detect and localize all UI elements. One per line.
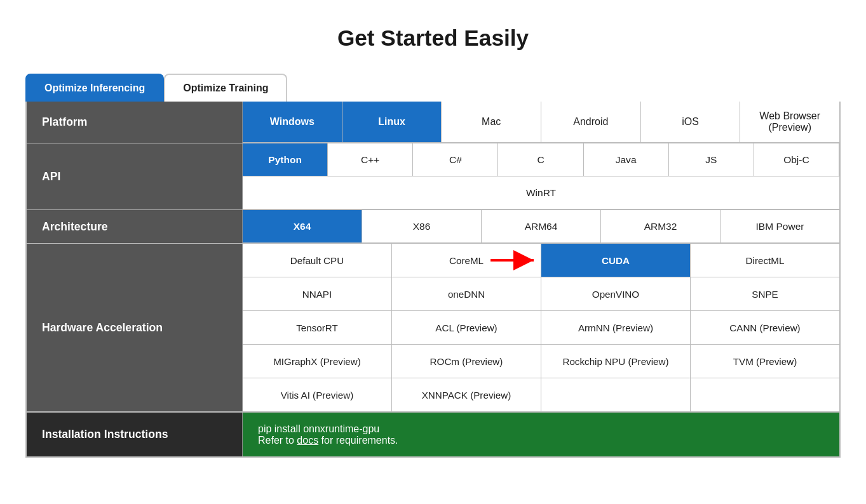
tabs-row: Optimize Inferencing Optimize Training bbox=[25, 74, 841, 102]
arch-arm32[interactable]: ARM32 bbox=[601, 210, 721, 243]
api-cpp[interactable]: C++ bbox=[328, 143, 413, 176]
architecture-row: Architecture X64 X86 ARM64 ARM32 IBM Pow… bbox=[27, 210, 839, 244]
tab-training[interactable]: Optimize Training bbox=[164, 74, 287, 102]
hw-row-1: Default CPU CoreML CUDA bbox=[243, 244, 839, 277]
api-java[interactable]: Java bbox=[584, 143, 669, 176]
hw-tensorrt[interactable]: TensorRT bbox=[243, 311, 392, 344]
hw-coreml[interactable]: CoreML bbox=[392, 244, 541, 277]
platform-label: Platform bbox=[27, 102, 243, 143]
install-line2-prefix: Refer to bbox=[258, 435, 297, 446]
tab-inferencing[interactable]: Optimize Inferencing bbox=[25, 74, 164, 102]
platform-windows[interactable]: Windows bbox=[243, 102, 342, 143]
architecture-options: X64 X86 ARM64 ARM32 IBM Power bbox=[243, 210, 839, 243]
page-title: Get Started Easily bbox=[25, 25, 841, 51]
api-label: API bbox=[27, 143, 243, 209]
install-line2: Refer to docs for requirements. bbox=[258, 435, 824, 446]
hw-snpe[interactable]: SNPE bbox=[691, 277, 839, 310]
hw-cuda[interactable]: CUDA bbox=[541, 244, 691, 277]
installation-content: pip install onnxruntime-gpu Refer to doc… bbox=[243, 413, 839, 456]
platform-linux[interactable]: Linux bbox=[342, 102, 442, 143]
hardware-acceleration-section: Hardware Acceleration Default CPU CoreML bbox=[27, 244, 839, 412]
platform-android[interactable]: Android bbox=[541, 102, 641, 143]
install-line2-suffix: for requirements. bbox=[318, 435, 398, 446]
hw-cann[interactable]: CANN (Preview) bbox=[691, 311, 839, 344]
page-container: Get Started Easily Optimize Inferencing … bbox=[0, 0, 866, 483]
installation-row: Installation Instructions pip install on… bbox=[27, 412, 839, 456]
hw-tvm[interactable]: TVM (Preview) bbox=[691, 345, 839, 378]
hw-vitisai[interactable]: Vitis AI (Preview) bbox=[243, 378, 392, 411]
hw-armnn[interactable]: ArmNN (Preview) bbox=[541, 311, 691, 344]
hw-openvino[interactable]: OpenVINO bbox=[541, 277, 691, 310]
arch-x64[interactable]: X64 bbox=[243, 210, 362, 243]
hw-row-5: Vitis AI (Preview) XNNPACK (Preview) bbox=[243, 378, 839, 411]
hw-migraphx[interactable]: MIGraphX (Preview) bbox=[243, 345, 392, 378]
hw-nnapi[interactable]: NNAPI bbox=[243, 277, 392, 310]
hw-empty2 bbox=[691, 378, 839, 411]
hw-defaultcpu[interactable]: Default CPU bbox=[243, 244, 392, 277]
hw-empty1 bbox=[541, 378, 691, 411]
api-js[interactable]: JS bbox=[669, 143, 754, 176]
hardware-rows: Default CPU CoreML CUDA bbox=[243, 244, 839, 411]
platform-ios[interactable]: iOS bbox=[641, 102, 741, 143]
hw-xnnpack[interactable]: XNNPACK (Preview) bbox=[392, 378, 541, 411]
platform-options: Windows Linux Mac Android iOS Web Browse… bbox=[243, 102, 839, 143]
installation-label: Installation Instructions bbox=[27, 413, 243, 456]
architecture-label: Architecture bbox=[27, 210, 243, 243]
hw-rocm[interactable]: ROCm (Preview) bbox=[392, 345, 541, 378]
config-table: Platform Windows Linux Mac Android iOS W… bbox=[25, 102, 841, 458]
arch-x86[interactable]: X86 bbox=[362, 210, 482, 243]
hw-rockchip[interactable]: Rockchip NPU (Preview) bbox=[541, 345, 691, 378]
api-python[interactable]: Python bbox=[243, 143, 328, 176]
arch-ibmpower[interactable]: IBM Power bbox=[721, 210, 839, 243]
api-options: Python C++ C# C Java JS Obj-C WinRT bbox=[243, 143, 839, 209]
install-docs-link[interactable]: docs bbox=[297, 435, 318, 446]
install-line1: pip install onnxruntime-gpu bbox=[258, 423, 824, 435]
hw-row-4: MIGraphX (Preview) ROCm (Preview) Rockch… bbox=[243, 345, 839, 378]
platform-row: Platform Windows Linux Mac Android iOS W… bbox=[27, 102, 839, 143]
arch-arm64[interactable]: ARM64 bbox=[482, 210, 601, 243]
api-winrt[interactable]: WinRT bbox=[243, 176, 839, 209]
api-c[interactable]: C bbox=[498, 143, 583, 176]
hw-directml[interactable]: DirectML bbox=[691, 244, 839, 277]
api-objc[interactable]: Obj-C bbox=[754, 143, 839, 176]
platform-webbrowser[interactable]: Web Browser (Preview) bbox=[740, 102, 839, 143]
hw-row-3: TensorRT ACL (Preview) ArmNN (Preview) C… bbox=[243, 311, 839, 345]
hw-onednn[interactable]: oneDNN bbox=[392, 277, 541, 310]
hardware-label: Hardware Acceleration bbox=[27, 244, 243, 411]
hw-row-2: NNAPI oneDNN OpenVINO SNPE bbox=[243, 277, 839, 311]
api-row: API Python C++ C# C Java JS Obj-C WinRT bbox=[27, 143, 839, 210]
hw-acl[interactable]: ACL (Preview) bbox=[392, 311, 541, 344]
api-csharp[interactable]: C# bbox=[413, 143, 498, 176]
platform-mac[interactable]: Mac bbox=[442, 102, 541, 143]
